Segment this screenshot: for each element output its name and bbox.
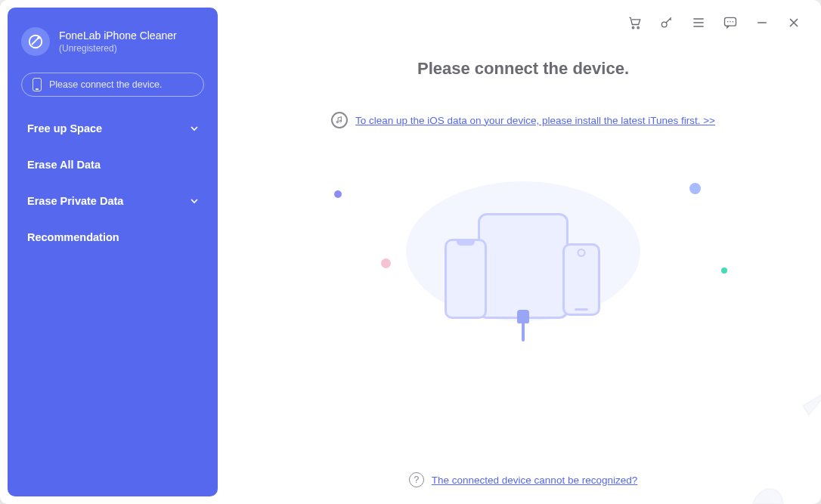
question-icon: ? bbox=[409, 472, 424, 487]
svg-point-1 bbox=[37, 36, 40, 39]
phone-outline-icon bbox=[33, 78, 42, 91]
dot-decor bbox=[334, 190, 342, 198]
chevron-down-icon bbox=[191, 197, 198, 205]
app-subtitle: (Unregistered) bbox=[59, 43, 177, 54]
svg-point-2 bbox=[632, 27, 634, 29]
itunes-icon bbox=[331, 112, 348, 128]
nav-label: Free up Space bbox=[27, 122, 102, 135]
nav-label: Erase All Data bbox=[27, 159, 101, 171]
install-itunes-link[interactable]: To clean up the iOS data on your device,… bbox=[355, 115, 715, 126]
sidebar: FoneLab iPhone Cleaner (Unregistered) Pl… bbox=[8, 8, 218, 496]
app-title: FoneLab iPhone Cleaner bbox=[59, 29, 177, 42]
nav-label: Recommendation bbox=[27, 231, 119, 243]
svg-point-10 bbox=[339, 120, 341, 122]
dot-decor bbox=[381, 258, 391, 268]
nav-erase-private-data[interactable]: Erase Private Data bbox=[8, 183, 218, 219]
device-not-recognized-link[interactable]: The connected device cannot be recognize… bbox=[432, 475, 637, 486]
svg-point-7 bbox=[730, 21, 731, 23]
svg-point-8 bbox=[733, 21, 734, 23]
page-heading: Please connect the device. bbox=[417, 59, 629, 79]
nav-free-up-space[interactable]: Free up Space bbox=[8, 110, 218, 147]
sidebar-nav: Free up Space Erase All Data Erase Priva… bbox=[8, 110, 218, 255]
key-icon[interactable] bbox=[659, 15, 674, 30]
devices-illustration bbox=[372, 174, 674, 370]
cart-icon[interactable] bbox=[627, 15, 643, 30]
dot-decor bbox=[689, 183, 701, 194]
svg-point-3 bbox=[637, 27, 639, 29]
content: Please connect the device. To clean up t… bbox=[225, 0, 821, 504]
close-icon[interactable] bbox=[786, 15, 801, 30]
menu-icon[interactable] bbox=[691, 15, 706, 30]
nav-label: Erase Private Data bbox=[27, 195, 123, 207]
dot-decor bbox=[721, 267, 727, 274]
connect-device-pill[interactable]: Please connect the device. bbox=[21, 73, 204, 97]
svg-point-4 bbox=[661, 22, 667, 27]
titlebar bbox=[627, 15, 801, 30]
iphone-outline bbox=[445, 239, 487, 319]
nav-erase-all-data[interactable]: Erase All Data bbox=[8, 147, 218, 183]
iphone-outline-small bbox=[562, 243, 600, 316]
app-logo-icon bbox=[21, 27, 50, 56]
svg-point-9 bbox=[336, 121, 338, 122]
brand-block: FoneLab iPhone Cleaner (Unregistered) bbox=[8, 20, 218, 66]
minimize-icon[interactable] bbox=[754, 15, 770, 30]
main-panel: Please connect the device. To clean up t… bbox=[225, 0, 821, 504]
usb-cable bbox=[517, 310, 529, 335]
svg-point-6 bbox=[727, 21, 729, 23]
nav-recommendation[interactable]: Recommendation bbox=[8, 219, 218, 255]
feedback-icon[interactable] bbox=[723, 15, 738, 30]
connect-device-label: Please connect the device. bbox=[49, 79, 162, 90]
itunes-row: To clean up the iOS data on your device,… bbox=[331, 112, 715, 128]
tablet-outline bbox=[478, 213, 569, 319]
chevron-down-icon bbox=[191, 125, 198, 132]
app-window: FoneLab iPhone Cleaner (Unregistered) Pl… bbox=[0, 0, 821, 504]
footer-link-row: ? The connected device cannot be recogni… bbox=[409, 472, 637, 487]
